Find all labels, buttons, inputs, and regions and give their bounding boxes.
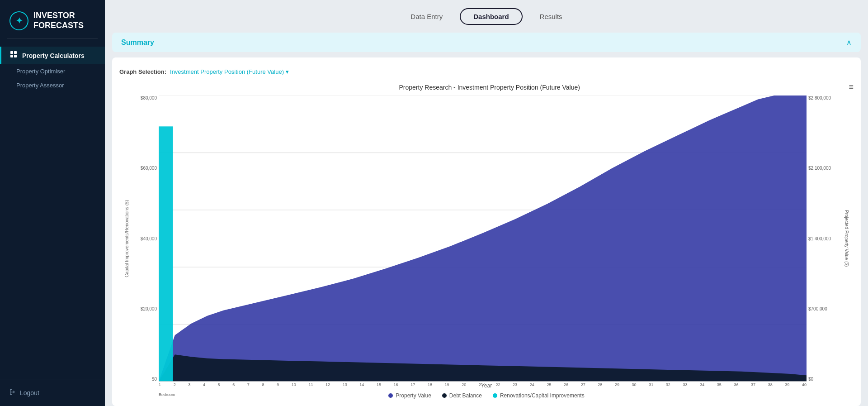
sidebar-item-label: Property Calculators xyxy=(22,52,85,59)
x-axis-labels: 12345 678910 1112131415 1617181920 21222… xyxy=(159,382,807,387)
summary-title: Summary xyxy=(121,38,154,47)
graph-selection-dropdown[interactable]: Investment Property Position (Future Val… xyxy=(170,68,289,75)
bottom-label: Bedroom xyxy=(159,392,807,397)
tab-dashboard[interactable]: Dashboard xyxy=(460,8,522,25)
property-assessor-label: Property Assessor xyxy=(16,82,64,89)
chart-title-row: Property Research - Investment Property … xyxy=(119,82,854,92)
svg-rect-3 xyxy=(14,51,17,54)
sidebar-logo: ✦ INVESTOR FORECASTS xyxy=(0,0,105,38)
right-axis-label: Projected Property Value ($) xyxy=(844,210,849,267)
main-content: Data Entry Dashboard Results Summary ∧ G… xyxy=(105,0,868,406)
chart-container: Graph Selection: Investment Property Pos… xyxy=(112,57,861,406)
logo-text: INVESTOR FORECASTS xyxy=(33,11,84,30)
summary-card: Summary ∧ xyxy=(112,33,861,52)
chevron-down-icon: ▾ xyxy=(286,68,289,75)
svg-rect-4 xyxy=(10,55,13,57)
tab-data-entry[interactable]: Data Entry xyxy=(397,8,456,25)
collapse-icon[interactable]: ∧ xyxy=(846,38,852,47)
logout-icon xyxy=(9,388,16,397)
sidebar: ✦ INVESTOR FORECASTS Property Calculator… xyxy=(0,0,105,406)
chart-menu-icon[interactable]: ≡ xyxy=(849,82,854,92)
right-axis-container: Projected Property Value ($) xyxy=(839,96,854,382)
graph-selection-label: Graph Selection: xyxy=(119,68,166,75)
top-nav: Data Entry Dashboard Results xyxy=(105,0,868,33)
svg-rect-2 xyxy=(10,51,13,54)
graph-selection: Graph Selection: Investment Property Pos… xyxy=(119,68,854,75)
grid-icon xyxy=(10,51,18,60)
right-axis-values: $2,800,000 $2,100,000 $1,400,000 $700,00… xyxy=(807,96,839,382)
logout-button[interactable]: Logout xyxy=(9,388,96,397)
svg-text:✦: ✦ xyxy=(16,16,23,25)
nav-group-property-calculators: Property Calculators Property Optimiser … xyxy=(0,47,105,92)
chart-title: Property Research - Investment Property … xyxy=(130,84,849,91)
sidebar-nav: Property Calculators Property Optimiser … xyxy=(0,38,105,379)
property-optimiser-label: Property Optimiser xyxy=(16,68,65,75)
logout-label: Logout xyxy=(20,389,39,396)
svg-marker-12 xyxy=(159,96,807,382)
sidebar-bottom: Logout xyxy=(0,379,105,406)
logo-icon: ✦ xyxy=(9,11,29,31)
svg-rect-14 xyxy=(159,126,173,382)
chart-svg: 12345 678910 1112131415 1617181920 21222… xyxy=(159,96,807,382)
left-axis-label: Capital Improvements/Renovations ($) xyxy=(124,200,129,277)
tab-results[interactable]: Results xyxy=(526,8,576,25)
left-axis-container: Capital Improvements/Renovations ($) xyxy=(119,96,134,382)
sidebar-item-property-assessor[interactable]: Property Assessor xyxy=(0,78,105,92)
sidebar-item-property-optimiser[interactable]: Property Optimiser xyxy=(0,64,105,78)
sidebar-item-property-calculators[interactable]: Property Calculators xyxy=(0,47,105,64)
left-axis-values: $80,000 $60,000 $40,000 $20,000 $0 xyxy=(134,96,159,382)
svg-rect-5 xyxy=(14,55,17,57)
chart-area: Capital Improvements/Renovations ($) $80… xyxy=(119,96,854,382)
